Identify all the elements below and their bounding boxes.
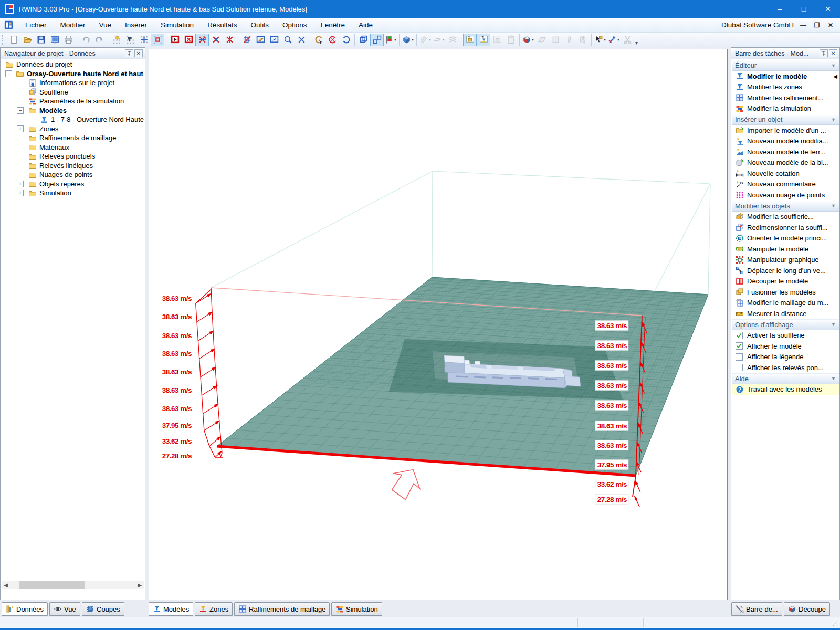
section-header-aide[interactable]: Aide▼ [732,373,839,384]
menu-aide[interactable]: Aide [352,18,380,32]
zoom-fit-button[interactable] [295,34,308,46]
show-tunnel-button[interactable] [463,34,477,46]
checkbox-checked-icon[interactable] [736,342,743,350]
task-item-nouveau-nuage-de-points[interactable]: Nouveau nuage de points [732,190,839,201]
rotate-x-button[interactable] [326,34,339,46]
task-item-modifier-la-soufflerie-[interactable]: Modifier la soufflerie... [732,212,839,223]
checkbox-icon[interactable] [736,364,743,371]
task-item-orienter-le-mod-le-princi-[interactable]: Orienter le modèle princi... [732,233,839,244]
rotate-view-button[interactable] [312,34,326,46]
checkbox-checked-icon[interactable] [736,332,743,339]
rotate-c-button[interactable] [339,34,353,46]
tree-item-param-tres-de-la-simulation[interactable]: Paramètres de la simulation [1,97,144,106]
snap-button[interactable] [110,34,123,46]
mdi-close-button[interactable]: ✕ [826,22,835,29]
streamlines-button[interactable] [446,34,459,46]
tree-expander-icon[interactable]: − [5,70,12,77]
run-view-button[interactable] [168,34,182,46]
tab-simulation[interactable]: Simulation [331,602,382,616]
task-item-modifier-les-zones[interactable]: Modifier les zones [732,82,839,93]
isometric-button[interactable] [240,34,254,46]
task-item-activer-la-soufflerie[interactable]: Activer la soufflerie [732,330,839,341]
tree-item-soufflerie[interactable]: Soufflerie [1,88,144,97]
task-item-fusionner-les-mod-les[interactable]: Fusionner les modèles [732,287,839,298]
taskbar-close-icon[interactable]: ✕ [829,49,837,57]
minimize-button[interactable]: – [768,0,792,18]
cut-tool-button[interactable] [621,34,634,46]
task-item-importer-le-mod-le-d-un-[interactable]: Importer le modèle d'un ... [732,125,839,136]
save-button[interactable] [34,34,48,46]
flag-button[interactable]: ▾ [384,34,397,46]
tree-item-nuages-de-points[interactable]: Nuages de points [1,170,144,180]
view-corner-button[interactable] [267,34,281,46]
section-header-modifier-les-objets[interactable]: Modifier les objets▼ [732,201,839,212]
toolbar-overflow-icon[interactable]: ▾ [635,40,638,47]
tree-item-relev-s-lin-iques[interactable]: Relevés linéiques [1,161,144,171]
hatch-button[interactable]: ▾ [418,34,432,46]
tab-mod-les[interactable]: Modèles [149,602,193,616]
task-item-modifier-le-mod-le[interactable]: Modifier le modèle◀ [732,71,839,82]
task-item-afficher-les-relev-s-pon-[interactable]: Afficher les relevés pon... [732,362,839,373]
print-button[interactable] [61,34,75,46]
navigator-hscrollbar[interactable]: ◀ ▶ [2,581,144,589]
resize-grip[interactable]: ⋰ [833,621,839,627]
tree-item-informations-sur-le-projet[interactable]: Informations sur le projet [1,78,144,88]
menu-simulation[interactable]: Simulation [154,18,201,32]
clear-view-button[interactable] [254,34,267,46]
scroll-right-icon[interactable]: ▶ [135,581,144,589]
solid-view-button[interactable]: ▾ [401,34,415,46]
pin-icon[interactable] [125,49,133,57]
undo-button[interactable] [79,34,92,46]
close-view-button[interactable] [182,34,195,46]
project-view-button[interactable] [48,34,61,46]
section-header-options-d-affichage[interactable]: Options d'affichage▼ [732,319,839,330]
viewport-3d[interactable]: 38.63 m/s38.63 m/s38.63 m/s38.63 m/s38.6… [149,49,728,600]
menu-options[interactable]: Options [276,18,314,32]
tree-item-simulation[interactable]: +Simulation [1,188,144,198]
task-item-redimensionner-la-souffl-[interactable]: Redimensionner la souffl... [732,222,839,233]
tree-item-mat-riaux[interactable]: Matériaux [1,143,144,152]
tab-coupes[interactable]: Coupes [82,602,124,616]
task-item-nouveau-commentaire[interactable]: TxNouveau commentaire [732,179,839,190]
scroll-left-icon[interactable]: ◀ [2,581,10,589]
tree-expander-icon[interactable]: − [17,107,24,114]
section-header-ins-rer-un-objet[interactable]: Insérer un objet▼ [732,114,839,125]
tree-item-1-7-8-ouverture-nord-haute-et-[interactable]: 1 - 7-8 - Ouverture Nord Haute et S [1,115,144,124]
tree-expander-icon[interactable]: + [17,181,24,187]
task-item-modifier-les-raffinement-[interactable]: Modifier les raffinement... [732,92,839,103]
tree-item-relev-s-ponctuels[interactable]: Relevés ponctuels [1,152,144,161]
task-item-nouveau-mod-le-modifia-[interactable]: Nouveau modèle modifia... [732,136,839,147]
menu-insrer[interactable]: Insérer [118,18,154,32]
tab-d-coupe[interactable]: Découpe [784,602,830,616]
tree-expander-icon[interactable]: + [17,125,24,132]
clip-cube-button[interactable]: ▾ [521,34,535,46]
redo-button[interactable] [92,34,106,46]
scrollbar-thumb[interactable] [19,581,85,589]
menu-rsultats[interactable]: Résultats [201,18,244,32]
pick-button[interactable]: ▾ [593,34,607,46]
task-item-manipuler-le-mod-le[interactable]: Manipuler le modèle [732,244,839,255]
clipboard-button[interactable] [504,34,518,46]
tree-expander-icon[interactable]: + [17,190,24,196]
tree-item-raffinements-de-maillage[interactable]: Raffinements de maillage [1,133,144,143]
menu-fichier[interactable]: Fichier [18,18,54,32]
task-item-d-placer-le-long-d-un-ve-[interactable]: Déplacer le long d'un ve... [732,265,839,276]
taskbar-pin-icon[interactable] [820,49,828,57]
tools-button[interactable]: ▾ [607,34,621,46]
grid-target-button[interactable] [151,34,164,46]
plane-3-button[interactable] [562,34,576,46]
checkbox-icon[interactable] [736,353,743,361]
task-item-mesurer-la-distance[interactable]: Mesurer la distance [732,308,839,319]
show-model-button[interactable] [477,34,490,46]
tree-item-donn-es-du-projet[interactable]: Données du projet [1,60,144,69]
menu-outils[interactable]: Outils [244,18,276,32]
tab-barre-de-[interactable]: Barre de... [731,602,782,616]
task-item-afficher-le-mod-le[interactable]: Afficher le modèle [732,341,839,352]
menu-modifier[interactable]: Modifier [54,18,92,32]
tab-raffinements-de-maillage[interactable]: Raffinements de maillage [234,602,330,616]
tree-item-mod-les[interactable]: −Modèles [1,106,144,116]
plane-4-button[interactable] [576,34,590,46]
task-item-manipulateur-graphique[interactable]: Manipulateur graphique [732,255,839,266]
tab-zones[interactable]: Zones [195,602,233,616]
close-button[interactable]: ✕ [816,0,840,18]
